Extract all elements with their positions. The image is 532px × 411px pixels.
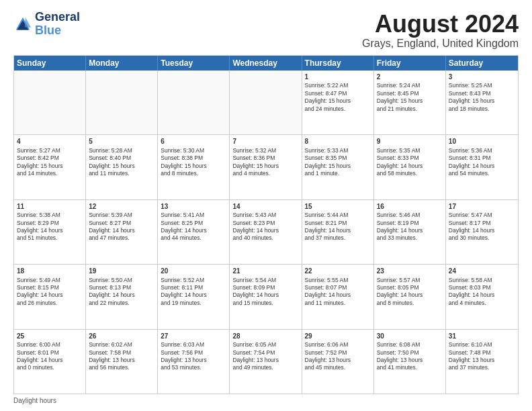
calendar-cell: 16Sunrise: 5:46 AMSunset: 8:19 PMDayligh… [374, 200, 446, 264]
cell-info-line: Sunset: 8:05 PM [377, 284, 443, 291]
cell-info-line: and 47 minutes. [89, 234, 154, 242]
calendar-header: SundayMondayTuesdayWednesdayThursdayFrid… [14, 56, 518, 71]
cell-info-line: and 30 minutes. [449, 234, 515, 242]
day-number: 3 [449, 73, 515, 82]
cell-info-line: Daylight: 13 hours [377, 357, 443, 364]
cell-info-line: Daylight: 13 hours [89, 357, 154, 364]
cell-info-line: Sunrise: 5:38 AM [17, 212, 83, 219]
day-number: 7 [232, 137, 298, 146]
cell-info-line: Daylight: 15 hours [17, 163, 83, 170]
cell-info-line: Sunrise: 6:10 AM [449, 341, 515, 349]
cell-info-line: Sunset: 8:47 PM [305, 90, 371, 97]
day-number: 29 [305, 332, 371, 341]
cell-info-line: and 18 minutes. [449, 105, 515, 113]
cell-info-line: Daylight: 14 hours [17, 357, 83, 364]
cell-info-line: Sunrise: 5:22 AM [305, 82, 371, 89]
cell-info-line: Sunset: 8:19 PM [377, 220, 443, 227]
cell-info-line: Sunset: 8:27 PM [89, 220, 154, 227]
day-number: 24 [449, 267, 515, 276]
calendar-week-row: 4Sunrise: 5:27 AMSunset: 8:42 PMDaylight… [14, 135, 518, 199]
calendar: SundayMondayTuesdayWednesdayThursdayFrid… [13, 55, 519, 394]
cell-info-line: Daylight: 14 hours [449, 163, 515, 170]
cell-info-line: Sunset: 8:11 PM [161, 284, 226, 291]
day-number: 17 [449, 202, 515, 212]
cell-info-line: Sunrise: 5:47 AM [449, 212, 515, 219]
cell-info-line: Sunset: 7:52 PM [305, 349, 371, 357]
cell-info-line: Sunset: 8:01 PM [17, 349, 83, 357]
calendar-cell: 25Sunrise: 6:00 AMSunset: 8:01 PMDayligh… [14, 330, 86, 394]
calendar-cell: 24Sunrise: 5:58 AMSunset: 8:03 PMDayligh… [446, 265, 518, 328]
calendar-day-header: Wednesday [230, 56, 302, 71]
cell-info-line: Sunset: 8:40 PM [89, 154, 154, 162]
calendar-cell: 23Sunrise: 5:57 AMSunset: 8:05 PMDayligh… [374, 265, 446, 328]
cell-info-line: Daylight: 15 hours [305, 163, 371, 170]
cell-info-line: Sunset: 8:33 PM [377, 154, 443, 162]
day-number: 18 [17, 267, 83, 276]
cell-info-line: Sunset: 7:58 PM [89, 349, 154, 357]
calendar-week-row: 11Sunrise: 5:38 AMSunset: 8:29 PMDayligh… [14, 200, 518, 265]
cell-info-line: and 11 minutes. [89, 170, 154, 177]
cell-info-line: Daylight: 13 hours [449, 357, 515, 364]
calendar-day-header: Tuesday [158, 56, 230, 71]
calendar-week-row: 18Sunrise: 5:49 AMSunset: 8:15 PMDayligh… [14, 265, 518, 329]
calendar-cell: 21Sunrise: 5:54 AMSunset: 8:09 PMDayligh… [230, 265, 302, 328]
cell-info-line: Sunrise: 5:30 AM [161, 147, 226, 154]
day-number: 1 [305, 73, 371, 82]
cell-info-line: Daylight: 15 hours [305, 97, 371, 105]
cell-info-line: Daylight: 13 hours [232, 357, 298, 364]
cell-info-line: Sunset: 7:48 PM [449, 349, 515, 357]
cell-info-line: Daylight: 15 hours [89, 163, 154, 170]
cell-info-line: Daylight: 14 hours [377, 227, 443, 234]
calendar-cell [14, 71, 86, 134]
day-number: 4 [17, 137, 83, 146]
cell-info-line: Sunrise: 6:05 AM [232, 341, 298, 349]
day-number: 8 [305, 137, 371, 146]
cell-info-line: Sunset: 7:56 PM [161, 349, 226, 357]
day-number: 12 [89, 202, 154, 212]
day-number: 22 [305, 267, 371, 276]
cell-info-line: Sunrise: 5:35 AM [377, 147, 443, 154]
cell-info-line: Sunset: 8:23 PM [232, 220, 298, 227]
calendar-week-row: 25Sunrise: 6:00 AMSunset: 8:01 PMDayligh… [14, 330, 518, 394]
calendar-cell: 15Sunrise: 5:44 AMSunset: 8:21 PMDayligh… [302, 200, 374, 264]
day-number: 28 [232, 332, 298, 341]
cell-info-line: and 56 minutes. [89, 364, 154, 371]
cell-info-line: Sunrise: 6:02 AM [89, 341, 154, 349]
logo-text: General Blue [35, 11, 80, 38]
day-number: 15 [305, 202, 371, 212]
cell-info-line: Sunrise: 5:44 AM [305, 212, 371, 219]
cell-info-line: Daylight: 14 hours [449, 227, 515, 234]
cell-info-line: Sunset: 8:09 PM [232, 284, 298, 291]
cell-info-line: Sunset: 8:43 PM [449, 90, 515, 97]
cell-info-line: Daylight: 14 hours [377, 291, 443, 299]
day-number: 19 [89, 267, 154, 276]
svg-marker-2 [25, 17, 31, 28]
calendar-week-row: 1Sunrise: 5:22 AMSunset: 8:47 PMDaylight… [14, 71, 518, 135]
cell-info-line: and 44 minutes. [161, 234, 226, 242]
cell-info-line: and 11 minutes. [305, 300, 371, 307]
cell-info-line: and 14 minutes. [17, 170, 83, 177]
cell-info-line: Sunrise: 5:39 AM [89, 212, 154, 219]
cell-info-line: and 40 minutes. [232, 234, 298, 242]
calendar-cell: 8Sunrise: 5:33 AMSunset: 8:35 PMDaylight… [302, 135, 374, 199]
cell-info-line: Daylight: 14 hours [449, 291, 515, 299]
cell-info-line: and 58 minutes. [377, 170, 443, 177]
cell-info-line: and 37 minutes. [305, 234, 371, 242]
cell-info-line: Sunrise: 6:08 AM [377, 341, 443, 349]
cell-info-line: Sunrise: 6:06 AM [305, 341, 371, 349]
cell-info-line: Daylight: 14 hours [89, 227, 154, 234]
cell-info-line: Sunset: 8:35 PM [305, 154, 371, 162]
cell-info-line: Daylight: 14 hours [17, 227, 83, 234]
cell-info-line: Sunrise: 5:25 AM [449, 82, 515, 89]
cell-info-line: and 8 minutes. [377, 300, 443, 307]
day-number: 5 [89, 137, 154, 146]
cell-info-line: Sunset: 8:03 PM [449, 284, 515, 291]
calendar-cell: 30Sunrise: 6:08 AMSunset: 7:50 PMDayligh… [374, 330, 446, 394]
day-number: 26 [89, 332, 154, 341]
calendar-cell [86, 71, 158, 134]
day-number: 31 [449, 332, 515, 341]
cell-info-line: Daylight: 14 hours [305, 227, 371, 234]
calendar-cell: 3Sunrise: 5:25 AMSunset: 8:43 PMDaylight… [446, 71, 518, 134]
cell-info-line: Daylight: 15 hours [449, 97, 515, 105]
calendar-cell: 2Sunrise: 5:24 AMSunset: 8:45 PMDaylight… [374, 71, 446, 134]
